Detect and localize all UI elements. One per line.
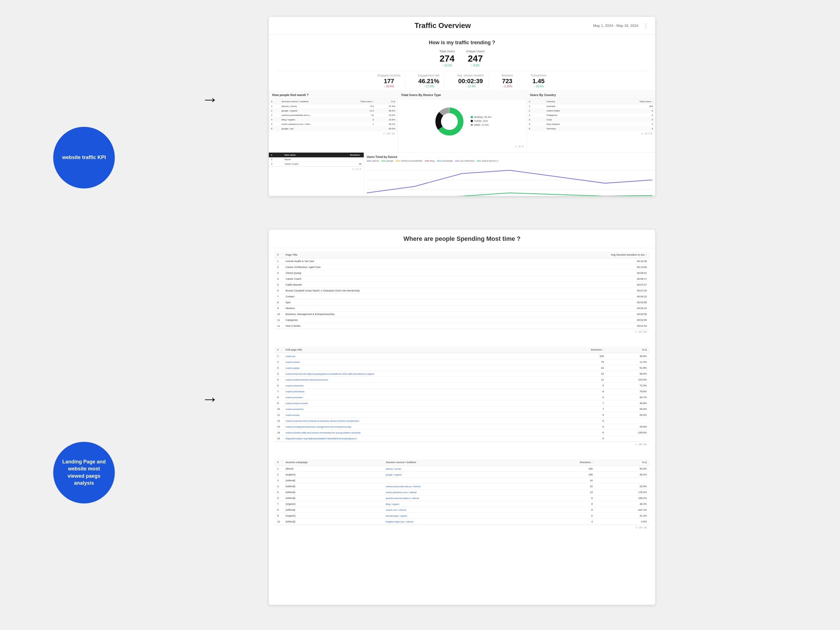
- table-row: 9 Mentors 00:03:23: [275, 305, 650, 311]
- left-section: website traffic KPI Landing Page and web…: [0, 0, 168, 630]
- items-col-num: #: [269, 153, 282, 157]
- trend-line-chart: May 1 May 5 May 7 May 10 May 13 May 15 M…: [367, 164, 652, 196]
- table-row: 4 Career Coach 00:08:17: [275, 276, 650, 282]
- kpi-circle-group: website traffic KPI: [53, 127, 115, 188]
- items-col-sessions: Sessions ↓: [326, 153, 364, 157]
- metric-label: Engaged sessions: [377, 74, 400, 77]
- session-source-header: How people find mareli ?: [269, 91, 397, 99]
- country-col-users: Total users ↓: [600, 99, 655, 104]
- legend-text: cpc.futforward: [460, 159, 474, 162]
- legend-line: [425, 161, 429, 161]
- total-users-value: 274: [439, 54, 455, 64]
- table-row: 10 Business, Management & Entrepreneursh…: [275, 311, 650, 317]
- top-panel-title: Traffic Overview: [292, 21, 593, 30]
- secondary-metric: Engagement rate 46.21% ↑ 17.5%: [414, 74, 444, 88]
- table-row: 3 mareli.au/jobs 44 51.8%: [275, 365, 650, 371]
- table-row: 5 (referral) merlin.salesforce.com / ref…: [275, 489, 650, 495]
- trend-legend-entry: google: [381, 159, 393, 162]
- pages-pagination: 1 - 62 / 62: [275, 329, 650, 334]
- kpi-circle-label: website traffic KPI: [62, 154, 106, 161]
- device-pagination: 1 - 3 / 3: [398, 144, 526, 149]
- table-row: 5 merlin.salesforce.com / refer... 7 89.…: [269, 122, 397, 126]
- pages-section: # Page Title Avg Session Duration in sec…: [269, 248, 655, 338]
- legend-line: [381, 161, 386, 161]
- trend-legend-entry: knowledge: [437, 159, 453, 162]
- urls-col-delta: % Δ: [606, 347, 650, 353]
- metric-value: 723: [502, 77, 513, 85]
- bottom-dashboard: Where are people Spending Most time ? # …: [269, 230, 655, 605]
- items-list-section: # Item name Sessions ↓ 1 Mareli 2 Career…: [269, 153, 364, 196]
- analysis-circle: Landing Page and website most viewed pae…: [53, 442, 115, 504]
- table-row: 11 How It Works 00:01:54: [275, 323, 650, 329]
- device-type-header: Total Users By Device Type: [398, 91, 526, 99]
- metric-label: Sessions: [502, 74, 513, 77]
- secondary-metric: Sessions 723 ↓ 2.25%: [497, 74, 518, 88]
- legend-text: mobile: 22%: [474, 120, 488, 122]
- legend-item: tablet: 12.6%: [471, 123, 491, 126]
- trend-chart-title: Users Trend by Source: [367, 155, 652, 158]
- table-row: 8 mareli.au/contact 6 64.7%: [275, 395, 650, 400]
- table-row: 10 mareli.au/mentors 7 59.0%: [275, 406, 650, 412]
- metric-value: 00:02:39: [457, 77, 484, 85]
- table-row: 1 (direct) / (none) 714 97.8%: [269, 104, 397, 109]
- table-row: 3 Cheryl Quang 00:09:31: [275, 270, 650, 276]
- table-row: 1 Animal Health & Vet Care 00:16:39: [275, 258, 650, 264]
- country-col-num: #: [527, 99, 544, 104]
- arrow-1: →: [202, 90, 218, 109]
- secondary-metrics-row: Engaged sessions 177 ↓ 60.6% Engagement …: [276, 71, 649, 88]
- arrow-2: →: [202, 389, 218, 409]
- urls-col-url: Full page URL: [283, 347, 553, 353]
- table-row: 1 (direct) (direct) / (none) 156 50.0%: [275, 466, 650, 472]
- legend-text: Bing: [430, 159, 434, 162]
- legend-text: tablet: 12.6%: [474, 123, 489, 126]
- session-col-source: Session source / medium: [279, 99, 343, 104]
- trend-legend-entry: onlinecourseswithkilis: [396, 159, 423, 162]
- table-row: 10 (referral) insights.hotjar.com / refe…: [275, 519, 650, 525]
- table-row: 2 google / organic 11.6 86.9%: [269, 109, 397, 113]
- menu-icon[interactable]: ⋮: [643, 22, 649, 29]
- legend-text: onlinecourseswithkilis: [401, 159, 423, 162]
- metric-change: ↑ 19.5%: [531, 85, 546, 88]
- donut-chart: [433, 105, 466, 138]
- country-section: Users By Country # Country Total users ↓…: [527, 91, 655, 152]
- traffic-trending-section: How is my traffic trending ? Total Users…: [269, 35, 655, 91]
- top-dashboard: Traffic Overview May 1, 2024 - May 19, 2…: [269, 17, 655, 196]
- table-row: 9 (organic) Duckduckgo / organic 6 31.2%: [275, 513, 650, 519]
- session-col-delta: % Δ: [376, 99, 397, 104]
- legend-line: [437, 161, 441, 161]
- sessions-col-count: Sessions ↓: [528, 459, 595, 466]
- metric-change: ↑ 17.5%: [418, 85, 440, 88]
- metric-value: 1.45: [531, 77, 546, 85]
- urls-col-sessions: Sessions ↓: [553, 347, 607, 353]
- kpi-circle: website traffic KPI: [53, 127, 115, 188]
- table-row: 5 mareli.au/administration-financial-bus…: [275, 377, 650, 383]
- table-row: 9 mareli.au/how-it-works 7 40.8%: [275, 400, 650, 406]
- country-table: # Country Total users ↓ 1 Australia 204 …: [527, 99, 655, 131]
- metric-change: ↓ 2.25%: [502, 85, 513, 88]
- table-row: 6 Germany 4: [527, 126, 655, 131]
- items-pagination: 1 - 2 / 2: [269, 166, 364, 172]
- date-range: May 1, 2024 - May 19, 2024: [593, 24, 638, 28]
- pages-col-title: Page Title: [283, 252, 524, 258]
- legend-line: [477, 161, 481, 161]
- table-row: 14 mareli.au/trade-skills-and-careers-me…: [275, 430, 650, 436]
- metric-value: 177: [377, 77, 400, 85]
- bottom-panel-title: Where are people Spending Most time ?: [269, 230, 655, 248]
- items-trend-section: # Item name Sessions ↓ 1 Mareli 2 Career…: [269, 153, 655, 196]
- sessions-col-delta: % Δ: [595, 459, 650, 466]
- table-row: 1 Australia 204: [527, 104, 655, 109]
- main-metrics-row: Total Users 274 ↑ 10.1% Unique Users 247…: [276, 50, 649, 67]
- table-row: 1 mareli.au/ 220 49.6%: [275, 353, 650, 359]
- legend-item: desktop: 65.4%: [471, 116, 491, 118]
- total-users-label: Total Users: [439, 50, 455, 53]
- table-row: 8 (referral) Canva.com / referral 8 -101…: [275, 507, 650, 513]
- legend-text: award-winners-1: [482, 159, 498, 162]
- sessions-col-campaign: Session campaign: [283, 459, 383, 466]
- device-type-section: Total Users By Device Type desktop: 65.4…: [398, 91, 526, 152]
- unique-users-label: Unique Users: [466, 50, 485, 53]
- metric-label: Avg. session duration: [457, 74, 484, 77]
- sessions-table: # Session campaign Session source / medi…: [275, 459, 650, 525]
- table-row: 2 (organic) google / organic 106 46.2%: [275, 472, 650, 478]
- table-row: 12 mareli.au/archive-from-clinician-to-p…: [275, 418, 650, 424]
- items-table: # Item name Sessions ↓ 1 Mareli 2 Career…: [269, 153, 364, 166]
